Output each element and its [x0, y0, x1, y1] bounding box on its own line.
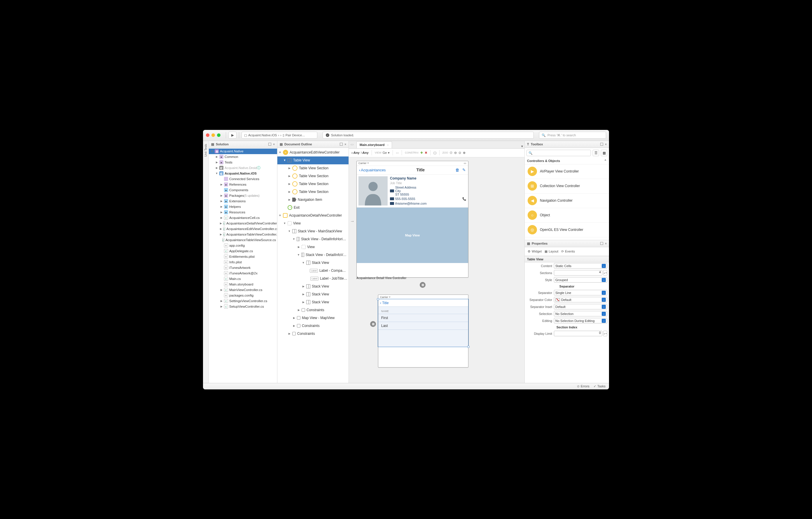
solution-item[interactable]: ▶cSettingsViewController.cs — [209, 298, 277, 304]
disclosure-icon[interactable]: ▶ — [220, 200, 223, 202]
disclosure-icon[interactable]: ▶ — [220, 205, 223, 208]
disclosure-icon[interactable]: ▶ — [302, 293, 305, 296]
solution-tree[interactable]: ▼ ▦ Acquaint.Native ▶▸Common▶▸Tests▶◧Acq… — [209, 148, 277, 383]
stepper-icon[interactable]: ▲▼ — [603, 270, 607, 276]
toolbox-search-input[interactable] — [526, 150, 591, 156]
outline-tree[interactable]: ▼≡AcquaintanceEditViewController▼Table V… — [278, 148, 349, 383]
disclosure-icon[interactable]: ▶ — [288, 190, 291, 193]
disclosure-icon[interactable]: ▶ — [302, 301, 305, 304]
tab-widget[interactable]: ⚙ Widget — [528, 250, 542, 253]
solution-item[interactable]: ▶▸Packages (5 updates) — [209, 193, 277, 198]
disclosure-icon[interactable]: ▼ — [288, 230, 291, 233]
solution-item[interactable]: ▶▸Tests — [209, 160, 277, 165]
segue-handle-icon[interactable]: ▦ — [370, 321, 376, 327]
outline-item[interactable]: ▶Table View Section — [278, 180, 349, 188]
panel-dock-icon[interactable] — [600, 143, 603, 146]
solution-item[interactable]: ▸Components — [209, 187, 277, 193]
thumbnail-icon[interactable]: ▢ — [433, 151, 436, 155]
solution-item[interactable]: ≡Main.storyboard — [209, 282, 277, 287]
solution-item[interactable]: ▶cAcquaintanceCell.cs — [209, 215, 277, 221]
disclosure-icon[interactable]: ▶ — [220, 289, 223, 291]
run-button[interactable]: ▶ — [228, 132, 236, 139]
disclosure-icon[interactable]: ▶ — [288, 198, 291, 201]
solution-item[interactable]: ≡iTunesArtwork@2x — [209, 271, 277, 276]
disclosure-icon[interactable]: ▶ — [288, 174, 291, 177]
solution-item[interactable]: cAcquaintanceTableViewSource.cs — [209, 237, 277, 243]
disclosure-icon[interactable]: ▶ — [220, 183, 223, 186]
remove-constra
-icon[interactable]: ✖ — [425, 151, 427, 155]
dropdown-icon[interactable]: ▾ — [388, 151, 390, 155]
solution-item[interactable]: ▶▸Helpers — [209, 204, 277, 210]
panel-close-icon[interactable]: × — [273, 143, 275, 146]
disclosure-icon[interactable]: ▼ — [293, 238, 295, 241]
outline-item[interactable]: Exit — [278, 204, 349, 212]
solution-item[interactable]: ≡iTunesArtwork — [209, 265, 277, 271]
separator-select[interactable]: Single Line⌄ — [554, 290, 607, 295]
tab-layout[interactable]: ▦ Layout — [545, 250, 558, 253]
solution-item[interactable]: ▶▸Resources — [209, 210, 277, 215]
outline-item[interactable]: ▼Stack View — [278, 259, 349, 267]
outline-item[interactable]: ▶Stack View — [278, 298, 349, 306]
disclosure-icon[interactable]: ▶ — [220, 216, 223, 219]
toolbox-item[interactable]: ○Object — [525, 208, 609, 223]
solution-item[interactable]: ≡Entitlements.plist — [209, 254, 277, 260]
outline-item[interactable]: ▶View — [278, 243, 349, 251]
disclosure-icon[interactable]: ▼ — [283, 159, 286, 162]
solution-root[interactable]: ▼ ▦ Acquaint.Native — [209, 148, 277, 154]
disclosure-icon[interactable]: ▶ — [288, 183, 291, 185]
solution-item[interactable]: ▶▸Extensions — [209, 198, 277, 204]
outline-item[interactable]: ▶Map View - MapView — [278, 314, 349, 322]
side-tab-unit-tests[interactable]: Unit Tests — [203, 141, 209, 383]
solution-item[interactable]: ≡app.config — [209, 243, 277, 248]
outline-item[interactable]: LabelLabel - JobTitleLabel — [278, 275, 349, 282]
disclosure-icon[interactable]: ▶ — [220, 233, 222, 236]
editor-tab[interactable]: Main.storyboard ○ — [356, 141, 392, 148]
table-row-first[interactable]: First — [378, 314, 468, 322]
tab-events[interactable]: ⟳ Events — [561, 250, 575, 253]
outline-item[interactable]: ▶Constraints — [278, 330, 349, 338]
solution-item[interactable]: ▶▸References — [209, 182, 277, 187]
disclosure-icon[interactable]: ▼ — [302, 261, 305, 264]
edit-icon[interactable]: ✎ — [462, 168, 466, 172]
solution-item[interactable]: ≡Info.plist — [209, 260, 277, 265]
disclosure-icon[interactable]: ▶ — [220, 300, 223, 302]
toolbox-item[interactable]: ◀Navigation Controller — [525, 194, 609, 208]
separator-inset-select[interactable]: Default⌄ — [554, 304, 607, 309]
disclosure-icon[interactable]: ▶ — [220, 211, 223, 214]
close-window-icon[interactable] — [206, 133, 209, 137]
zoom-actual-icon[interactable]: ⊙ — [459, 151, 461, 155]
outline-item[interactable]: LabelLabel - CompanyNameLabel — [278, 267, 349, 275]
solution-item[interactable]: ≡packages.config — [209, 293, 277, 298]
errors-button[interactable]: ⊘Errors — [577, 384, 589, 388]
panel-close-icon[interactable]: × — [605, 143, 607, 146]
table-row-last[interactable]: Last — [378, 322, 468, 330]
outline-item[interactable]: ▼Stack View - DetailInfoVerticalStackVie… — [278, 251, 349, 259]
outline-item[interactable]: ▼Stack View - MainStackView — [278, 227, 349, 235]
outline-item[interactable]: ▶Table View Section — [278, 188, 349, 196]
solution-item[interactable]: ▶cAcquaintanceDetailViewController.cs — [209, 221, 277, 226]
collapse-icon[interactable]: ⌃ — [604, 159, 607, 163]
separator-color-select[interactable]: Default⌄ — [554, 297, 607, 302]
scene-detail[interactable]: Carrier ᯤ ▭ ‹ Acquaintances Title 🗑 ✎ — [356, 161, 468, 278]
disclosure-icon[interactable]: ▶ — [220, 194, 223, 197]
outline-item[interactable]: ▼View — [278, 219, 349, 227]
panel-close-icon[interactable]: × — [344, 143, 346, 146]
solution-item[interactable]: Connected Services — [209, 176, 277, 182]
global-search[interactable]: 🔍 Press '⌘.' to search — [539, 132, 606, 139]
outline-item[interactable]: ▼AcquaintanceDetailViewController — [278, 212, 349, 219]
solution-item[interactable]: ▶cAcquaintanceTableViewController.cs — [209, 232, 277, 237]
solution-item[interactable]: cMain.cs — [209, 276, 277, 282]
outline-item[interactable]: ▶Navigation Item — [278, 196, 349, 204]
panel-close-icon[interactable]: × — [605, 242, 607, 245]
outline-item[interactable]: ▼Table View — [278, 157, 349, 164]
panel-dock-icon[interactable] — [340, 143, 343, 146]
disclosure-icon[interactable]: ▼ — [215, 172, 218, 175]
outline-item[interactable]: ▼≡AcquaintanceEditViewController — [278, 148, 349, 157]
trash-icon[interactable]: 🗑 — [455, 168, 459, 172]
outline-item[interactable]: ▶Constraints — [278, 306, 349, 314]
disclosure-icon[interactable]: ▼ — [279, 151, 282, 154]
toolbox-view-list-icon[interactable]: ☰ — [593, 150, 599, 156]
disclosure-icon[interactable]: ▼ — [210, 150, 213, 153]
stepper-icon[interactable]: ▲▼ — [603, 331, 607, 336]
display-limit-input[interactable]: 0 — [554, 331, 602, 336]
